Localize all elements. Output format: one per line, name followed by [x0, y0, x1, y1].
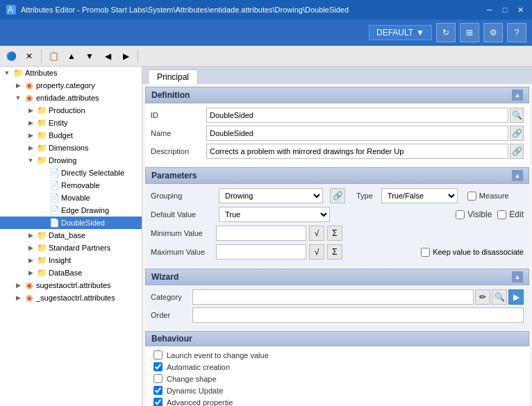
visible-label: Visible — [467, 210, 492, 219]
delete-icon: ✕ — [26, 51, 33, 61]
behaviour-checkbox-4[interactable] — [153, 398, 163, 406]
min-sqrt-button[interactable]: √ — [309, 226, 324, 241]
id-browse-button[interactable]: 🔍 — [510, 108, 524, 123]
content-sections: Definition ▲ ID 🔍 Name — [142, 84, 532, 406]
visible-checkbox[interactable] — [456, 210, 465, 219]
tree-item-edge-drawing[interactable]: 📄 Edge Drawing — [0, 204, 142, 217]
item-label: Insight — [49, 256, 71, 264]
item-label: Production — [49, 106, 85, 115]
tree-item-movable[interactable]: 📄 Movable — [0, 192, 142, 204]
edit-checkbox[interactable] — [497, 210, 506, 219]
grouping-select[interactable]: Drowing — [219, 188, 323, 203]
definition-collapse-button[interactable]: ▲ — [512, 90, 523, 101]
expand-icon: ▼ — [25, 155, 36, 166]
attr-icon: ◉ — [24, 292, 35, 303]
root-icon: 📁 — [13, 67, 24, 78]
order-input[interactable] — [192, 307, 524, 323]
list-button[interactable]: ⊞ — [460, 23, 479, 42]
measure-checkbox[interactable] — [467, 192, 476, 201]
tree-item-sugestaoctrl2[interactable]: ▶ ◉ _sugestaoctrl.attributes — [0, 291, 142, 304]
move-right-button[interactable]: ▶ — [117, 48, 134, 65]
order-label: Order — [151, 311, 192, 319]
definition-content: ID 🔍 Name 🔗 — [145, 103, 529, 166]
delete-button[interactable]: ✕ — [21, 48, 38, 65]
tree-item-dimensions[interactable]: ▶ 📁 Dimensions — [0, 142, 142, 154]
maximize-button[interactable]: □ — [499, 3, 511, 16]
max-sqrt-button[interactable]: √ — [309, 244, 324, 260]
tree-item-production[interactable]: ▶ 📁 Production — [0, 104, 142, 117]
behaviour-checkbox-2[interactable] — [153, 374, 163, 383]
close-button[interactable]: ✕ — [514, 3, 526, 16]
minimize-button[interactable]: ─ — [483, 3, 496, 16]
tree-item-property-category[interactable]: ▶ ◉ property.category — [0, 79, 142, 92]
tree-item-directly-selectable[interactable]: 📄 Directly Selectable — [0, 167, 142, 179]
attr-icon: ◉ — [24, 280, 35, 291]
tree-item-database2[interactable]: ▶ 📁 DataBase — [0, 267, 142, 279]
item-label: Drowing — [49, 156, 76, 164]
desc-input[interactable] — [206, 144, 508, 159]
tree-item-drowing[interactable]: ▼ 📁 Drowing — [0, 154, 142, 167]
category-label: Category — [151, 293, 192, 301]
category-input[interactable] — [192, 289, 474, 305]
min-value-row: Minimum Value √ Σ — [151, 226, 524, 241]
default-value-select[interactable]: True False — [219, 207, 330, 222]
category-go-button[interactable]: ▶ — [508, 289, 524, 305]
help-button[interactable]: ? — [507, 23, 526, 42]
type-select[interactable]: True/False — [381, 188, 458, 203]
behaviour-checkbox-1[interactable] — [153, 362, 163, 371]
tree-root[interactable]: ▼ 📁 Attributes — [0, 67, 142, 79]
tree-item-standard-partners[interactable]: ▶ 📁 Standard Partners — [0, 242, 142, 254]
new-button[interactable]: 🔵 — [3, 48, 19, 65]
max-value-input[interactable] — [216, 244, 306, 260]
name-input[interactable] — [206, 126, 508, 141]
wizard-collapse-button[interactable]: ▲ — [512, 271, 523, 282]
move-up-button[interactable]: ▲ — [63, 48, 80, 65]
behaviour-label-4: Advanced propertie — [167, 398, 233, 407]
link-icon: 🔗 — [512, 128, 522, 138]
max-sum-button[interactable]: Σ — [327, 244, 342, 260]
min-value-input[interactable] — [216, 226, 306, 241]
tab-principal[interactable]: Principal — [148, 69, 198, 84]
default-dropdown-button[interactable]: DEFAULT ▼ — [369, 25, 432, 40]
sqrt-icon: √ — [315, 228, 319, 238]
refresh-button[interactable]: ↻ — [436, 23, 456, 42]
behaviour-label-1: Automatic creation — [167, 363, 230, 371]
tree-item-removable[interactable]: 📄 Removable — [0, 179, 142, 192]
order-input-group — [192, 307, 524, 323]
parameters-collapse-button[interactable]: ▲ — [512, 170, 523, 181]
min-sum-button[interactable]: Σ — [327, 226, 342, 241]
move-down-button[interactable]: ▼ — [81, 48, 98, 65]
doc-icon: 📄 — [49, 192, 60, 203]
desc-label: Description — [151, 147, 206, 155]
settings-button[interactable]: ⚙ — [483, 23, 503, 42]
category-search-button[interactable]: 🔍 — [492, 289, 507, 305]
window-title: Attributes Editor - Promob Start Labs\Sy… — [21, 6, 483, 14]
behaviour-checkbox-0[interactable] — [153, 350, 163, 360]
tree-item-budget[interactable]: ▶ 📁 Budget — [0, 129, 142, 142]
right-arrow-icon: ▶ — [123, 51, 129, 61]
grouping-link-button[interactable]: 🔗 — [330, 188, 345, 203]
secondary-toolbar: 🔵 ✕ 📋 ▲ ▼ ◀ ▶ — [0, 46, 532, 67]
name-browse-button[interactable]: 🔗 — [510, 126, 524, 141]
tree-sidebar[interactable]: ▼ 📁 Attributes ▶ ◉ property.category ▼ ◉… — [0, 67, 142, 406]
copy-button[interactable]: 📋 — [45, 48, 62, 65]
tree-item-entidade[interactable]: ▼ ◉ entidade.attributes — [0, 92, 142, 104]
category-edit-button[interactable]: ✏ — [475, 289, 490, 305]
tree-item-sugestaoctrl[interactable]: ▶ ◉ sugestaoctrl.attributes — [0, 279, 142, 291]
desc-browse-button[interactable]: 🔗 — [510, 144, 524, 159]
behaviour-checkbox-3[interactable] — [153, 386, 163, 395]
window-controls: ─ □ ✕ — [483, 3, 526, 16]
expand-icon: ▶ — [25, 117, 36, 128]
go-icon: ▶ — [513, 292, 519, 302]
tree-item-database[interactable]: ▶ 📁 Data_base — [0, 229, 142, 242]
keep-value-checkbox[interactable] — [421, 248, 430, 257]
id-input[interactable] — [206, 108, 508, 123]
tree-item-insight[interactable]: ▶ 📁 Insight — [0, 254, 142, 267]
folder-icon: 📁 — [36, 142, 47, 153]
tree-item-entity[interactable]: ▶ 📁 Entity — [0, 117, 142, 129]
move-left-button[interactable]: ◀ — [99, 48, 116, 65]
expand-icon — [38, 217, 49, 228]
toolbar-right-group: DEFAULT ▼ ↻ ⊞ ⚙ ? — [369, 23, 526, 42]
tree-item-doublesided[interactable]: 📄 DoubleSided — [0, 217, 142, 229]
item-label: Edge Drawing — [61, 206, 109, 214]
